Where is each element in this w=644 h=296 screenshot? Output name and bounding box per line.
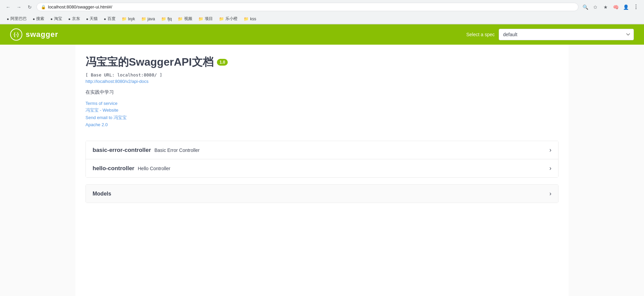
spec-label: Select a spec [466,32,495,37]
website-link[interactable]: 冯宝宝 - Website [85,107,559,113]
spec-selector: Select a spec default [466,29,634,40]
controller-desc-hello: Hello Controller [138,166,170,171]
forward-button[interactable]: → [15,3,23,11]
star-icon[interactable]: ★ [601,3,610,11]
bookmark-baidu[interactable]: ● 百度 [101,15,118,22]
bookmark-site-icon: ● [50,17,53,21]
api-docs-link[interactable]: http://localhost:8080/v2/api-docs [85,79,559,84]
browser-action-buttons: 🔍 ✩ ★ 🧠 👤 ⋮ [581,3,640,11]
controller-name-hello: hello-controller [93,165,134,172]
license-link[interactable]: Apache 2.0 [85,122,559,127]
profile-icon[interactable]: 👤 [622,3,630,11]
bookmark-kss[interactable]: 📁 kss [241,16,259,22]
bookmark-folder-icon: 📁 [122,17,127,21]
bookmark-video[interactable]: 📁 视频 [175,15,195,22]
bookmark-lxyk[interactable]: 📁 lxyk [119,16,138,22]
models-header[interactable]: Models › [86,185,558,203]
bookmark-search[interactable]: ● 搜索 [30,15,47,22]
controller-header-hello[interactable]: hello-controller Hello Controller › [86,159,558,177]
bookmarks-bar: ● 阿里巴巴 ● 搜索 ● 淘宝 ● 京东 ● 天猫 ● 百度 📁 lxyk 📁 [0,14,644,24]
bookmark-site-icon: ● [7,17,9,21]
api-title: 冯宝宝的SwaggerAPI文档 [85,55,214,70]
controller-name-basic-error: basic-error-controller [93,147,151,154]
bookmark-folder-icon: 📁 [219,17,224,21]
controller-desc-basic-error: Basic Error Controller [154,147,200,153]
browser-chrome: ← → ↻ 🔒 localhost:8080/swagger-ui.html#/… [0,0,644,24]
controller-arrow-basic-error: › [549,146,551,154]
swagger-logo-icon: {-} [10,28,22,41]
bookmark-taobao[interactable]: ● 淘宝 [48,15,65,22]
api-title-row: 冯宝宝的SwaggerAPI文档 1.0 [85,55,559,70]
version-badge: 1.0 [217,59,228,66]
models-section: Models › [85,184,559,203]
bookmark-folder-icon: 📁 [244,17,249,21]
bookmark-project[interactable]: 📁 项目 [196,15,216,22]
controller-arrow-hello: › [549,165,551,172]
bookmark-site-icon: ● [86,17,89,21]
url-text: localhost:8080/swagger-ui.html#/ [48,4,112,9]
controller-title-basic-error: basic-error-controller Basic Error Contr… [93,147,200,154]
bookmark-folder-icon: 📁 [161,17,166,21]
bookmark-java[interactable]: 📁 java [139,16,158,22]
models-arrow: › [549,190,551,197]
terms-of-service-link[interactable]: Terms of service [85,101,559,106]
bookmark-folder-icon: 📁 [178,17,183,21]
bookmark-fjq[interactable]: 📁 fjq [158,16,175,22]
swagger-header: {-} swagger Select a spec default [0,24,644,45]
base-url: [ Base URL: localhost:8080/ ] [85,72,559,77]
bookmark-site-icon: ● [104,17,106,21]
swagger-logo-text: swagger [26,30,58,39]
security-icon: 🔒 [41,5,46,9]
bookmark-folder-icon: 📁 [141,17,146,21]
reload-button[interactable]: ↻ [26,3,34,11]
models-title: Models [93,191,111,197]
bookmark-alibaba[interactable]: ● 阿里巴巴 [4,15,29,22]
extension-icon[interactable]: 🧠 [612,3,620,11]
zoom-icon[interactable]: 🔍 [581,3,589,11]
controllers-section: basic-error-controller Basic Error Contr… [85,141,559,178]
spec-dropdown[interactable]: default [499,29,634,40]
bookmark-site-icon: ● [68,17,71,21]
swagger-logo: {-} swagger [10,28,58,41]
back-button[interactable]: ← [4,3,12,11]
swagger-icon-symbol: {-} [14,32,19,37]
bookmark-lxiaoxiong[interactable]: 📁 乐小橙 [216,15,240,22]
api-description: 在实践中学习 [85,89,559,95]
bookmark-site-icon: ● [33,17,35,21]
api-links: Terms of service 冯宝宝 - Website Send emai… [85,101,559,127]
controller-title-hello: hello-controller Hello Controller [93,165,170,172]
controller-item-hello: hello-controller Hello Controller › [86,159,558,177]
address-bar[interactable]: 🔒 localhost:8080/swagger-ui.html#/ [36,3,578,11]
email-link[interactable]: Send email to 冯宝宝 [85,115,559,121]
menu-icon[interactable]: ⋮ [632,3,640,11]
bookmark-folder-icon: 📁 [198,17,203,21]
controller-item-basic-error: basic-error-controller Basic Error Contr… [86,141,558,159]
controller-header-basic-error[interactable]: basic-error-controller Basic Error Contr… [86,141,558,159]
bookmark-add-icon[interactable]: ✩ [591,3,599,11]
bookmark-tianmao[interactable]: ● 天猫 [83,15,101,22]
bookmark-jd[interactable]: ● 京东 [66,15,83,22]
browser-toolbar: ← → ↻ 🔒 localhost:8080/swagger-ui.html#/… [0,0,644,14]
swagger-main-content: 冯宝宝的SwaggerAPI文档 1.0 [ Base URL: localho… [75,45,569,296]
